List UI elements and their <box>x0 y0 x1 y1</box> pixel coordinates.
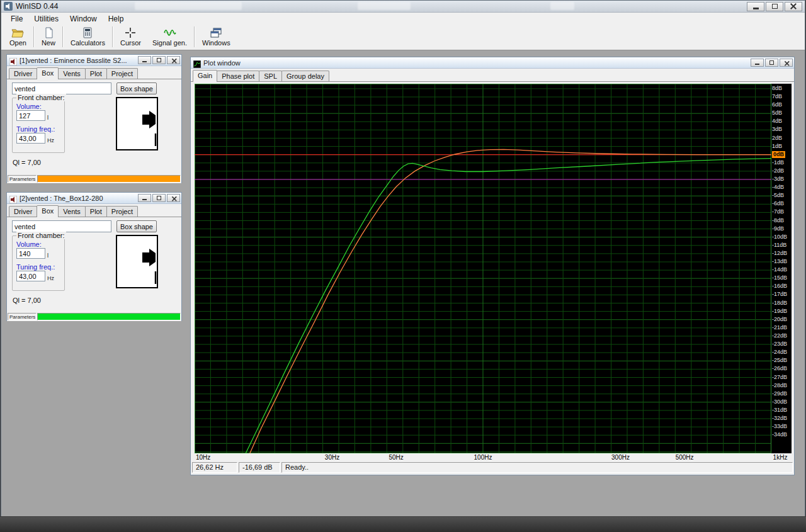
main-titlebar[interactable]: WinISD 0.44 <box>1 1 805 13</box>
y-axis: 8dB7dB6dB5dB4dB3dB2dB1dB0dB-1dB-2dB-3dB-… <box>771 84 792 453</box>
menu-bar: File Utilities Window Help <box>1 13 805 25</box>
tab-spl[interactable]: SPL <box>259 71 282 81</box>
y-axis-label: -13dB <box>772 258 787 265</box>
tab-plot[interactable]: Plot <box>85 206 107 217</box>
volume-unit: l <box>47 115 48 121</box>
tab-driver[interactable]: Driver <box>9 68 37 79</box>
close-button[interactable] <box>780 59 793 67</box>
box-shape-button[interactable]: Box shape <box>116 82 157 94</box>
box-shape-button[interactable]: Box shape <box>116 220 157 232</box>
driver-window-1-titlebar[interactable]: [1]vented : Eminence Basslite S2... <box>7 55 181 66</box>
mdi-area: [1]vented : Eminence Basslite S2... Driv… <box>1 50 805 516</box>
new-button[interactable]: New <box>36 26 61 48</box>
maximize-button[interactable] <box>152 194 166 202</box>
y-axis-label: -27dB <box>772 374 787 381</box>
y-axis-label: -9dB <box>772 225 784 232</box>
menu-help[interactable]: Help <box>103 13 130 25</box>
maximize-button[interactable] <box>152 56 166 64</box>
maximize-icon <box>157 58 161 62</box>
tab-gain[interactable]: Gain <box>193 70 217 82</box>
speaker-project-icon <box>9 195 17 202</box>
menu-utilities[interactable]: Utilities <box>28 13 64 25</box>
minimize-button[interactable] <box>138 194 151 202</box>
y-axis-label: -33dB <box>772 423 787 430</box>
front-chamber-group: Front chamber: Volume: l Tuning freq.: H… <box>12 98 65 153</box>
y-axis-label: -15dB <box>772 274 787 281</box>
windows-button[interactable]: Windows <box>196 26 236 48</box>
tuning-freq-label[interactable]: Tuning freq.: <box>16 125 55 133</box>
tuning-freq-input[interactable] <box>16 271 45 281</box>
tuning-freq-input[interactable] <box>16 133 45 144</box>
plot-window-titlebar[interactable]: Plot window <box>191 57 794 69</box>
tuning-freq-label[interactable]: Tuning freq.: <box>16 263 55 271</box>
x-axis-label: 1kHz <box>773 454 788 461</box>
y-axis-label: -2dB <box>772 167 784 174</box>
cascade-windows-icon <box>210 27 222 38</box>
minimize-icon <box>142 199 147 200</box>
y-axis-label: -5dB <box>772 192 784 199</box>
calculator-icon <box>81 27 94 38</box>
close-button[interactable] <box>167 194 180 202</box>
desktop-background <box>0 517 806 532</box>
background-window-artifact <box>135 2 242 10</box>
cursor-button[interactable]: Cursor <box>115 26 147 48</box>
maximize-icon <box>772 4 778 9</box>
parameters-label: Parameters <box>8 175 37 183</box>
box-type-input[interactable] <box>12 220 111 232</box>
y-axis-label: -11dB <box>772 242 786 249</box>
driver-window-2-titlebar[interactable]: [2]vented : The_Box12-280 <box>7 193 181 204</box>
minimize-button[interactable] <box>751 59 764 67</box>
y-axis-label: -7dB <box>772 208 784 215</box>
driver-window-2: [2]vented : The_Box12-280 Driver Box Ven… <box>6 192 182 321</box>
tab-project[interactable]: Project <box>106 68 138 79</box>
driver-window-1-statusbar: Parameters <box>7 175 181 183</box>
tab-driver[interactable]: Driver <box>9 206 37 217</box>
volume-label[interactable]: Volume: <box>16 241 42 248</box>
tab-vents[interactable]: Vents <box>58 206 86 217</box>
box-shape-diagram <box>116 97 158 150</box>
front-chamber-group: Front chamber: Volume: l Tuning freq.: H… <box>12 235 65 291</box>
close-button[interactable] <box>167 56 180 64</box>
winisd-app-icon <box>4 2 13 11</box>
calculators-button[interactable]: Calculators <box>65 26 111 48</box>
toolbar-separator <box>112 26 113 47</box>
box-shape-diagram <box>116 235 158 288</box>
x-axis-label: 500Hz <box>676 454 694 461</box>
menu-file[interactable]: File <box>5 13 28 25</box>
y-axis-label: 5dB <box>772 110 782 116</box>
toolbar-separator <box>194 26 195 47</box>
minimize-button[interactable] <box>138 56 151 64</box>
driver-window-2-statusbar: Parameters <box>7 313 181 321</box>
y-axis-label: -25dB <box>772 357 787 364</box>
progress-fill <box>38 314 180 320</box>
tab-group-delay[interactable]: Group delay <box>281 71 329 81</box>
plot-window-tabs: Gain Phase plot SPL Group delay <box>191 69 794 82</box>
volume-input[interactable] <box>16 248 45 259</box>
close-icon <box>171 196 175 200</box>
minimize-button[interactable] <box>747 2 764 11</box>
volume-input[interactable] <box>16 110 45 121</box>
volume-label[interactable]: Volume: <box>16 103 42 110</box>
y-axis-label: 4dB <box>772 118 782 125</box>
tab-project[interactable]: Project <box>106 206 138 217</box>
tab-phase-plot[interactable]: Phase plot <box>217 71 259 81</box>
tab-plot[interactable]: Plot <box>85 68 107 79</box>
box-type-input[interactable] <box>12 82 111 94</box>
tab-box[interactable]: Box <box>37 205 59 217</box>
tab-box[interactable]: Box <box>37 67 59 79</box>
maximize-button[interactable] <box>765 59 778 67</box>
main-window-controls <box>747 2 802 11</box>
y-axis-label: -34dB <box>772 431 787 438</box>
y-axis-label: -32dB <box>772 415 787 422</box>
signal-generator-icon <box>164 27 176 38</box>
close-button[interactable] <box>785 2 802 11</box>
maximize-button[interactable] <box>766 2 783 11</box>
y-axis-label: -20dB <box>772 316 787 323</box>
open-button[interactable]: Open <box>4 26 32 48</box>
tab-vents[interactable]: Vents <box>58 68 86 79</box>
menu-window[interactable]: Window <box>64 13 103 25</box>
signal-gen-button[interactable]: Signal gen. <box>147 26 193 48</box>
plot-area[interactable]: 8dB7dB6dB5dB4dB3dB2dB1dB0dB-1dB-2dB-3dB-… <box>195 84 792 453</box>
driver-window-1-tabs: Driver Box Vents Plot Project <box>7 66 181 79</box>
ql-value: Ql = 7,00 <box>13 297 41 304</box>
